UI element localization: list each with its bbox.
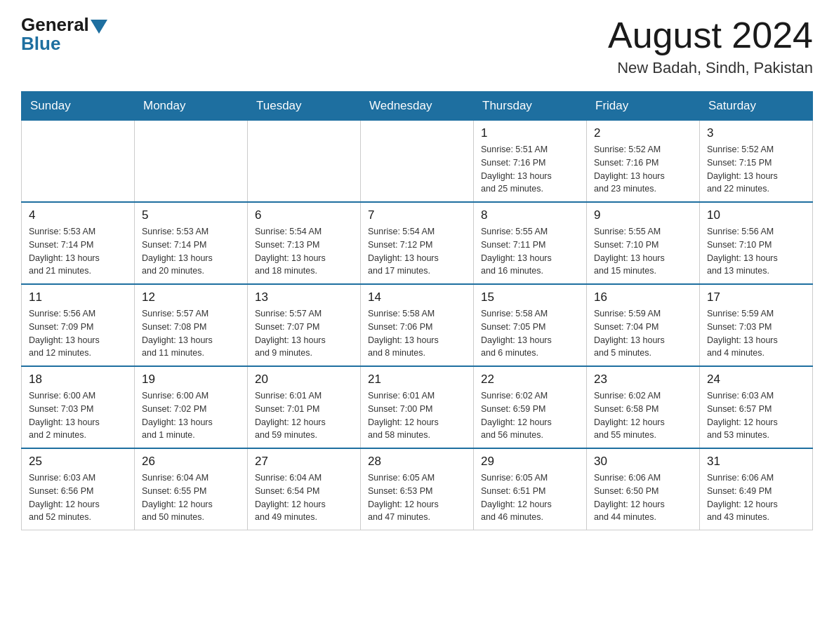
calendar-empty-cell [361,121,474,203]
day-info: Sunrise: 6:00 AM Sunset: 7:02 PM Dayligh… [142,389,240,442]
day-info: Sunrise: 5:54 AM Sunset: 7:12 PM Dayligh… [368,225,466,278]
day-number: 30 [594,455,692,469]
day-number: 26 [142,455,240,469]
day-info: Sunrise: 6:02 AM Sunset: 6:59 PM Dayligh… [481,389,579,442]
day-header-wednesday: Wednesday [361,92,474,121]
calendar-day-19: 19Sunrise: 6:00 AM Sunset: 7:02 PM Dayli… [135,366,248,448]
calendar-day-11: 11Sunrise: 5:56 AM Sunset: 7:09 PM Dayli… [22,284,135,366]
calendar-header-row: SundayMondayTuesdayWednesdayThursdayFrid… [22,92,813,121]
calendar-day-5: 5Sunrise: 5:53 AM Sunset: 7:14 PM Daylig… [135,202,248,284]
day-header-thursday: Thursday [474,92,587,121]
calendar-week-row: 18Sunrise: 6:00 AM Sunset: 7:03 PM Dayli… [22,366,813,448]
day-number: 17 [707,290,805,304]
day-number: 14 [368,290,466,304]
location: New Badah, Sindh, Pakistan [608,59,813,77]
calendar-day-4: 4Sunrise: 5:53 AM Sunset: 7:14 PM Daylig… [22,202,135,284]
day-info: Sunrise: 6:03 AM Sunset: 6:56 PM Dayligh… [29,471,127,524]
day-number: 13 [255,290,353,304]
day-number: 4 [29,208,127,222]
day-info: Sunrise: 6:01 AM Sunset: 7:00 PM Dayligh… [368,389,466,442]
calendar-day-12: 12Sunrise: 5:57 AM Sunset: 7:08 PM Dayli… [135,284,248,366]
calendar-day-28: 28Sunrise: 6:05 AM Sunset: 6:53 PM Dayli… [361,448,474,530]
day-header-tuesday: Tuesday [248,92,361,121]
day-info: Sunrise: 6:06 AM Sunset: 6:49 PM Dayligh… [707,471,805,524]
calendar-day-9: 9Sunrise: 5:55 AM Sunset: 7:10 PM Daylig… [587,202,700,284]
logo: General Blue [21,14,107,55]
day-number: 23 [594,373,692,387]
day-number: 28 [368,455,466,469]
calendar-day-25: 25Sunrise: 6:03 AM Sunset: 6:56 PM Dayli… [22,448,135,530]
day-info: Sunrise: 6:05 AM Sunset: 6:51 PM Dayligh… [481,471,579,524]
day-number: 19 [142,373,240,387]
day-number: 3 [707,126,805,140]
day-number: 21 [368,373,466,387]
day-number: 6 [255,208,353,222]
day-number: 1 [481,126,579,140]
day-info: Sunrise: 6:01 AM Sunset: 7:01 PM Dayligh… [255,389,353,442]
day-info: Sunrise: 5:52 AM Sunset: 7:16 PM Dayligh… [594,143,692,196]
day-info: Sunrise: 5:55 AM Sunset: 7:11 PM Dayligh… [481,225,579,278]
day-number: 22 [481,373,579,387]
calendar-day-20: 20Sunrise: 6:01 AM Sunset: 7:01 PM Dayli… [248,366,361,448]
calendar-day-7: 7Sunrise: 5:54 AM Sunset: 7:12 PM Daylig… [361,202,474,284]
calendar-table: SundayMondayTuesdayWednesdayThursdayFrid… [21,91,813,530]
calendar-day-29: 29Sunrise: 6:05 AM Sunset: 6:51 PM Dayli… [474,448,587,530]
day-info: Sunrise: 5:58 AM Sunset: 7:06 PM Dayligh… [368,307,466,360]
day-header-friday: Friday [587,92,700,121]
calendar-day-3: 3Sunrise: 5:52 AM Sunset: 7:15 PM Daylig… [700,121,813,203]
calendar-day-2: 2Sunrise: 5:52 AM Sunset: 7:16 PM Daylig… [587,121,700,203]
calendar-day-14: 14Sunrise: 5:58 AM Sunset: 7:06 PM Dayli… [361,284,474,366]
calendar-day-17: 17Sunrise: 5:59 AM Sunset: 7:03 PM Dayli… [700,284,813,366]
calendar-day-26: 26Sunrise: 6:04 AM Sunset: 6:55 PM Dayli… [135,448,248,530]
day-number: 2 [594,126,692,140]
day-number: 31 [707,455,805,469]
day-number: 15 [481,290,579,304]
day-number: 16 [594,290,692,304]
calendar-day-13: 13Sunrise: 5:57 AM Sunset: 7:07 PM Dayli… [248,284,361,366]
day-number: 27 [255,455,353,469]
calendar-day-16: 16Sunrise: 5:59 AM Sunset: 7:04 PM Dayli… [587,284,700,366]
calendar-week-row: 11Sunrise: 5:56 AM Sunset: 7:09 PM Dayli… [22,284,813,366]
day-info: Sunrise: 5:59 AM Sunset: 7:04 PM Dayligh… [594,307,692,360]
day-info: Sunrise: 5:59 AM Sunset: 7:03 PM Dayligh… [707,307,805,360]
day-number: 5 [142,208,240,222]
day-info: Sunrise: 6:00 AM Sunset: 7:03 PM Dayligh… [29,389,127,442]
day-number: 29 [481,455,579,469]
calendar-week-row: 25Sunrise: 6:03 AM Sunset: 6:56 PM Dayli… [22,448,813,530]
day-number: 9 [594,208,692,222]
day-number: 25 [29,455,127,469]
day-info: Sunrise: 5:58 AM Sunset: 7:05 PM Dayligh… [481,307,579,360]
day-number: 10 [707,208,805,222]
calendar-day-8: 8Sunrise: 5:55 AM Sunset: 7:11 PM Daylig… [474,202,587,284]
day-number: 24 [707,373,805,387]
title-area: August 2024 New Badah, Sindh, Pakistan [608,14,813,77]
calendar-empty-cell [22,121,135,203]
day-info: Sunrise: 6:04 AM Sunset: 6:55 PM Dayligh… [142,471,240,524]
calendar-day-10: 10Sunrise: 5:56 AM Sunset: 7:10 PM Dayli… [700,202,813,284]
day-info: Sunrise: 5:55 AM Sunset: 7:10 PM Dayligh… [594,225,692,278]
day-info: Sunrise: 6:02 AM Sunset: 6:58 PM Dayligh… [594,389,692,442]
day-number: 7 [368,208,466,222]
day-info: Sunrise: 5:52 AM Sunset: 7:15 PM Dayligh… [707,143,805,196]
calendar-week-row: 4Sunrise: 5:53 AM Sunset: 7:14 PM Daylig… [22,202,813,284]
calendar-day-21: 21Sunrise: 6:01 AM Sunset: 7:00 PM Dayli… [361,366,474,448]
day-info: Sunrise: 5:57 AM Sunset: 7:08 PM Dayligh… [142,307,240,360]
day-number: 8 [481,208,579,222]
day-info: Sunrise: 6:04 AM Sunset: 6:54 PM Dayligh… [255,471,353,524]
calendar-day-6: 6Sunrise: 5:54 AM Sunset: 7:13 PM Daylig… [248,202,361,284]
logo-triangle-icon [91,20,107,34]
calendar-day-18: 18Sunrise: 6:00 AM Sunset: 7:03 PM Dayli… [22,366,135,448]
calendar-week-row: 1Sunrise: 5:51 AM Sunset: 7:16 PM Daylig… [22,121,813,203]
month-title: August 2024 [608,14,813,56]
day-header-saturday: Saturday [700,92,813,121]
calendar-day-15: 15Sunrise: 5:58 AM Sunset: 7:05 PM Dayli… [474,284,587,366]
day-info: Sunrise: 5:54 AM Sunset: 7:13 PM Dayligh… [255,225,353,278]
day-info: Sunrise: 6:06 AM Sunset: 6:50 PM Dayligh… [594,471,692,524]
day-info: Sunrise: 5:56 AM Sunset: 7:09 PM Dayligh… [29,307,127,360]
day-info: Sunrise: 5:53 AM Sunset: 7:14 PM Dayligh… [142,225,240,278]
calendar-day-27: 27Sunrise: 6:04 AM Sunset: 6:54 PM Dayli… [248,448,361,530]
day-info: Sunrise: 5:56 AM Sunset: 7:10 PM Dayligh… [707,225,805,278]
day-info: Sunrise: 5:53 AM Sunset: 7:14 PM Dayligh… [29,225,127,278]
logo-blue: Blue [21,33,60,55]
calendar-empty-cell [135,121,248,203]
